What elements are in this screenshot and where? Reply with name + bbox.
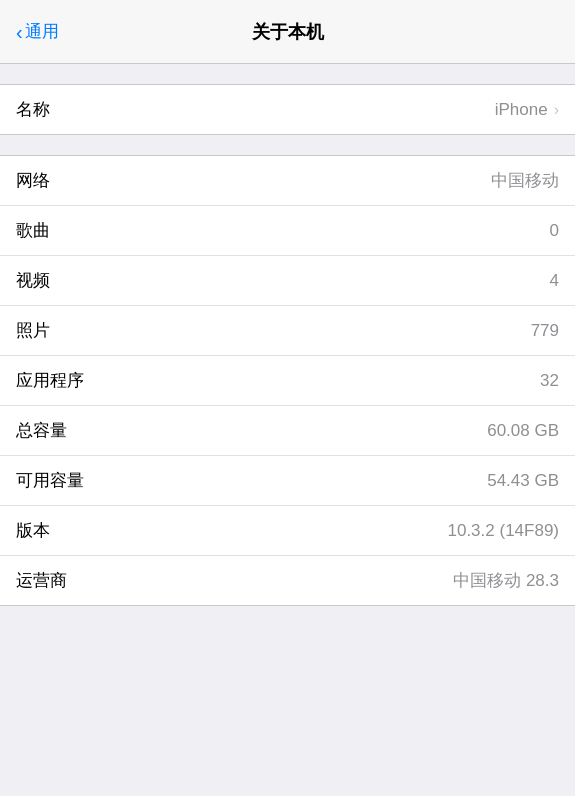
value-songs: 0 — [550, 221, 559, 241]
value-available: 54.43 GB — [487, 471, 559, 491]
row-available: 可用容量 54.43 GB — [0, 456, 575, 506]
chevron-icon: › — [554, 101, 559, 119]
row-photos: 照片 779 — [0, 306, 575, 356]
row-name[interactable]: 名称 iPhone › — [0, 85, 575, 134]
label-songs: 歌曲 — [16, 219, 50, 242]
row-network: 网络 中国移动 — [0, 156, 575, 206]
label-apps: 应用程序 — [16, 369, 84, 392]
label-capacity: 总容量 — [16, 419, 67, 442]
value-name-text: iPhone — [495, 100, 548, 120]
nav-bar: ‹ 通用 关于本机 — [0, 0, 575, 64]
row-songs: 歌曲 0 — [0, 206, 575, 256]
row-apps: 应用程序 32 — [0, 356, 575, 406]
value-version: 10.3.2 (14F89) — [447, 521, 559, 541]
back-label: 通用 — [25, 20, 59, 43]
row-videos: 视频 4 — [0, 256, 575, 306]
value-carrier: 中国移动 28.3 — [453, 569, 559, 592]
section-details: 网络 中国移动 歌曲 0 视频 4 照片 779 应用程序 32 总容量 60.… — [0, 155, 575, 606]
label-version: 版本 — [16, 519, 50, 542]
section-name: 名称 iPhone › — [0, 84, 575, 135]
label-photos: 照片 — [16, 319, 50, 342]
page-title: 关于本机 — [252, 20, 324, 44]
value-videos: 4 — [550, 271, 559, 291]
label-videos: 视频 — [16, 269, 50, 292]
row-version: 版本 10.3.2 (14F89) — [0, 506, 575, 556]
value-name: iPhone › — [495, 100, 559, 120]
label-carrier: 运营商 — [16, 569, 67, 592]
row-carrier: 运营商 中国移动 28.3 — [0, 556, 575, 605]
label-network: 网络 — [16, 169, 50, 192]
value-network: 中国移动 — [491, 169, 559, 192]
back-button[interactable]: ‹ 通用 — [8, 12, 67, 51]
value-apps: 32 — [540, 371, 559, 391]
row-capacity: 总容量 60.08 GB — [0, 406, 575, 456]
value-photos: 779 — [531, 321, 559, 341]
label-available: 可用容量 — [16, 469, 84, 492]
label-name: 名称 — [16, 98, 50, 121]
back-chevron-icon: ‹ — [16, 22, 23, 42]
value-capacity: 60.08 GB — [487, 421, 559, 441]
content-area: 名称 iPhone › 网络 中国移动 歌曲 0 视频 4 照片 779 应用程… — [0, 64, 575, 606]
